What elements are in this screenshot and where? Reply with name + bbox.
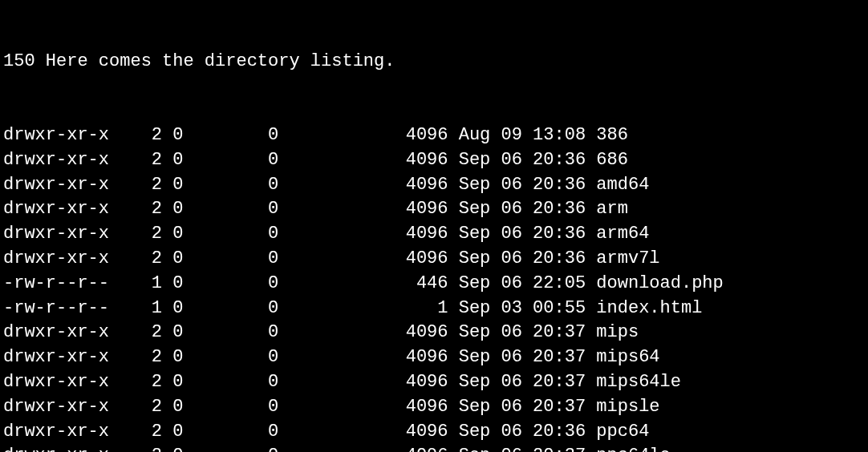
listing-row: -rw-r--r-- 1 0 0 1 Sep 03 00:55 index.ht… bbox=[3, 297, 865, 321]
listing-row: drwxr-xr-x 2 0 0 4096 Sep 06 20:36 arm64 bbox=[3, 222, 865, 247]
listing-row: drwxr-xr-x 2 0 0 4096 Sep 06 20:37 mipsl… bbox=[3, 395, 865, 420]
listing-row: drwxr-xr-x 2 0 0 4096 Sep 06 20:36 armv7… bbox=[3, 247, 865, 272]
listing-row: drwxr-xr-x 2 0 0 4096 Sep 06 20:36 amd64 bbox=[3, 173, 865, 198]
listing-row: drwxr-xr-x 2 0 0 4096 Sep 06 20:36 arm bbox=[3, 197, 865, 222]
listing-row: drwxr-xr-x 2 0 0 4096 Aug 09 13:08 386 bbox=[3, 123, 865, 148]
listing-row: drwxr-xr-x 2 0 0 4096 Sep 06 20:37 mips bbox=[3, 321, 865, 345]
listing-row: drwxr-xr-x 2 0 0 4096 Sep 06 20:37 mips6… bbox=[3, 345, 865, 370]
terminal-output: 150 Here comes the directory listing. dr… bbox=[0, 0, 868, 452]
ftp-response-header: 150 Here comes the directory listing. bbox=[3, 50, 865, 75]
listing-row: drwxr-xr-x 2 0 0 4096 Sep 06 20:37 ppc64… bbox=[3, 444, 865, 452]
directory-listing: drwxr-xr-x 2 0 0 4096 Aug 09 13:08 386dr… bbox=[3, 123, 865, 452]
listing-row: drwxr-xr-x 2 0 0 4096 Sep 06 20:36 686 bbox=[3, 148, 865, 173]
listing-row: drwxr-xr-x 2 0 0 4096 Sep 06 20:36 ppc64 bbox=[3, 420, 865, 445]
listing-row: -rw-r--r-- 1 0 0 446 Sep 06 22:05 downlo… bbox=[3, 272, 865, 297]
listing-row: drwxr-xr-x 2 0 0 4096 Sep 06 20:37 mips6… bbox=[3, 370, 865, 395]
